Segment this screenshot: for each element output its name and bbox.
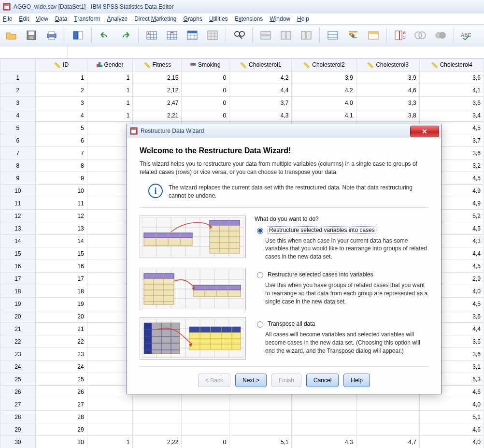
row-header[interactable]: 15 — [0, 247, 36, 260]
opt1-radio[interactable]: Restructure selected variables into case… — [255, 226, 428, 234]
dialog-titlebar[interactable]: Restructure Data Wizard ✕ — [127, 124, 441, 138]
cell[interactable]: 0 — [182, 84, 229, 97]
menu-data[interactable]: Data — [55, 15, 67, 22]
insert-cases-icon[interactable] — [257, 27, 274, 43]
cell[interactable]: 18 — [35, 285, 87, 298]
variables-icon[interactable] — [184, 27, 200, 43]
cell[interactable]: 4,2 — [292, 84, 356, 97]
cell[interactable]: 4,4 — [229, 84, 292, 97]
cell[interactable] — [87, 134, 133, 147]
cell[interactable] — [133, 398, 182, 411]
table-row[interactable]: 30 30 1 2,22 0 5,1 4,3 4,7 4,0 — [0, 436, 484, 448]
cell[interactable] — [229, 411, 292, 423]
opt2-radio[interactable]: Restructure selected cases into variable… — [255, 271, 428, 278]
cell[interactable] — [87, 222, 133, 235]
table-row[interactable]: 4 4 1 2,21 0 4,3 4,1 3,8 3,4 — [0, 109, 484, 122]
cell[interactable] — [87, 260, 133, 273]
cell[interactable]: 3,6 — [419, 97, 484, 109]
cell[interactable]: 3,7 — [229, 97, 292, 109]
cell[interactable]: 3,4 — [419, 109, 484, 122]
cell[interactable]: 5,1 — [229, 436, 292, 448]
goto-case-icon[interactable] — [143, 27, 160, 43]
cell[interactable]: 3,9 — [292, 72, 356, 84]
col-header-c3[interactable]: 📏Cholesterol3 — [356, 59, 419, 72]
cell[interactable]: 1 — [87, 97, 133, 109]
menu-window[interactable]: Window — [270, 15, 290, 22]
cell[interactable] — [87, 373, 133, 386]
cell[interactable] — [87, 122, 133, 134]
cell[interactable]: 4,6 — [356, 84, 419, 97]
cell[interactable]: 2,12 — [133, 84, 182, 97]
cell[interactable] — [87, 210, 133, 222]
cell[interactable] — [87, 285, 133, 298]
cancel-button[interactable]: Cancel — [306, 374, 339, 387]
spellcheck-icon[interactable]: ABC — [459, 27, 475, 43]
col-header-c1[interactable]: 📏Cholesterol1 — [229, 59, 292, 72]
cell[interactable] — [87, 185, 133, 197]
row-header[interactable]: 28 — [0, 411, 36, 423]
cell[interactable]: 3,8 — [356, 109, 419, 122]
cell[interactable]: 6 — [35, 134, 87, 147]
cell[interactable]: 27 — [35, 398, 87, 411]
col-header-c4[interactable]: 📏Cholesterol4 — [419, 59, 484, 72]
row-header[interactable]: 16 — [0, 260, 36, 273]
cell[interactable]: 14 — [35, 235, 87, 247]
cell[interactable]: 19 — [35, 298, 87, 310]
cell[interactable] — [87, 298, 133, 310]
cell[interactable]: 11 — [35, 197, 87, 210]
row-header[interactable]: 29 — [0, 423, 36, 436]
row-header[interactable]: 22 — [0, 335, 36, 348]
row-header[interactable]: 1 — [0, 72, 36, 84]
value-labels-icon[interactable] — [365, 27, 382, 43]
cell[interactable] — [182, 423, 229, 436]
cell[interactable]: 24 — [35, 361, 87, 373]
cell[interactable] — [133, 411, 182, 423]
cell[interactable] — [229, 398, 292, 411]
row-header[interactable]: 18 — [0, 285, 36, 298]
cell[interactable] — [87, 423, 133, 436]
show-all-variables-icon[interactable] — [412, 27, 428, 43]
find-icon[interactable] — [231, 27, 247, 43]
cell[interactable]: 0 — [182, 97, 229, 109]
cell[interactable]: 9 — [35, 172, 87, 185]
cell[interactable] — [356, 423, 419, 436]
reset-sets-icon[interactable] — [432, 27, 449, 43]
cell[interactable] — [292, 411, 356, 423]
cell[interactable]: 15 — [35, 247, 87, 260]
redo-icon[interactable] — [117, 27, 133, 43]
cell[interactable] — [87, 235, 133, 247]
cell[interactable]: 17 — [35, 273, 87, 285]
cell[interactable]: 4,7 — [356, 436, 419, 448]
table-row[interactable]: 1 1 1 2,15 0 4,2 3,9 3,9 3,6 — [0, 72, 484, 84]
cell[interactable]: 2,21 — [133, 109, 182, 122]
next-button[interactable]: Next > — [235, 374, 267, 387]
select-cases-icon[interactable] — [345, 27, 361, 43]
row-header[interactable]: 8 — [0, 159, 36, 172]
cell[interactable]: 25 — [35, 373, 87, 386]
cell[interactable]: 4,1 — [292, 109, 356, 122]
cell[interactable] — [292, 398, 356, 411]
menu-direct-marketing[interactable]: Direct Marketing — [134, 15, 176, 22]
insert-variable-icon[interactable] — [278, 27, 294, 43]
cell[interactable]: 16 — [35, 260, 87, 273]
cell[interactable]: 4 — [35, 109, 87, 122]
row-header[interactable]: 5 — [0, 122, 36, 134]
cell[interactable]: 1 — [87, 436, 133, 448]
cell[interactable]: 5,1 — [419, 411, 484, 423]
row-header[interactable]: 26 — [0, 386, 36, 398]
cell[interactable]: 4,0 — [419, 436, 484, 448]
cell[interactable] — [229, 423, 292, 436]
row-header[interactable]: 30 — [0, 436, 36, 448]
cell[interactable] — [87, 411, 133, 423]
cell[interactable] — [292, 423, 356, 436]
row-header[interactable]: 10 — [0, 185, 36, 197]
row-header[interactable]: 23 — [0, 348, 36, 361]
cell[interactable]: 2,47 — [133, 97, 182, 109]
row-header[interactable]: 6 — [0, 134, 36, 147]
cell[interactable]: 26 — [35, 386, 87, 398]
row-header[interactable]: 9 — [0, 172, 36, 185]
cell[interactable] — [356, 411, 419, 423]
cell[interactable] — [87, 247, 133, 260]
col-header-smoking[interactable]: Smoking — [182, 59, 229, 72]
row-header[interactable]: 7 — [0, 147, 36, 159]
